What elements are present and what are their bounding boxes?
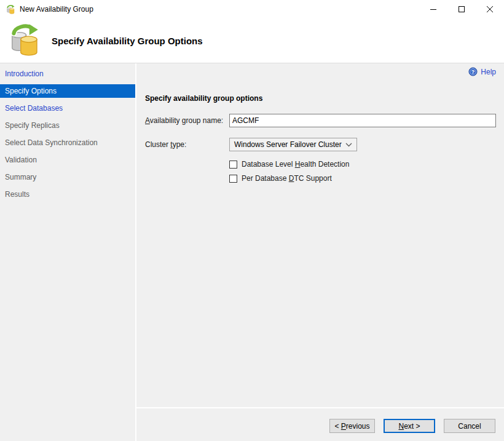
availability-group-icon [6,4,15,14]
cluster-type-value: Windows Server Failover Cluster [234,140,342,149]
sidebar-item-label: Validation [5,156,37,164]
sidebar-item-label: Select Data Synchronization [5,138,98,147]
minimize-button[interactable] [419,0,447,18]
sidebar-item-select-databases[interactable]: Select Databases [0,101,135,115]
cluster-type-label: Cluster type: [145,140,229,149]
database-level-health-detection-checkbox[interactable] [229,161,237,169]
titlebar: New Availability Group [0,0,504,18]
help-icon: ? [468,67,478,76]
maximize-button[interactable] [447,0,476,18]
main-panel: ? Help Specify availability group option… [136,63,504,441]
chevron-down-icon [345,143,352,147]
footer-button-bar: < Previous Next > Cancel [136,407,504,441]
cluster-type-row: Cluster type: Windows Server Failover Cl… [145,138,496,151]
sidebar-item-introduction[interactable]: Introduction [0,67,135,81]
availability-group-icon-large [6,22,42,57]
page-title: Specify Availability Group Options [52,36,203,46]
per-database-dtc-support-checkbox[interactable] [229,175,237,183]
sidebar-item-summary[interactable]: Summary [0,170,135,184]
window-controls [419,0,504,18]
svg-text:?: ? [471,69,474,75]
availability-group-name-row: Availability group name: [145,114,496,127]
per-database-dtc-support-label: Per Database DTC Support [242,174,332,183]
sidebar-item-validation[interactable]: Validation [0,153,135,167]
sidebar: Introduction Specify Options Select Data… [0,63,136,441]
database-level-health-detection-label: Database Level Health Detection [242,160,349,169]
next-button[interactable]: Next > [384,419,435,433]
sidebar-item-specify-options[interactable]: Specify Options [0,84,135,98]
previous-button[interactable]: < Previous [329,419,375,433]
minimize-icon [430,6,436,12]
sidebar-item-label: Specify Options [5,87,57,95]
help-row: ? Help [145,67,496,76]
sidebar-item-label: Results [5,190,30,199]
sidebar-item-label: Summary [5,173,36,181]
wizard-header: Specify Availability Group Options [0,18,504,63]
sidebar-item-select-data-synchronization[interactable]: Select Data Synchronization [0,136,135,149]
content-area: ? Help Specify availability group option… [136,63,504,407]
cancel-button[interactable]: Cancel [444,419,495,433]
help-link[interactable]: ? Help [468,67,496,76]
cluster-type-dropdown[interactable]: Windows Server Failover Cluster [229,138,357,151]
per-database-dtc-support-checkbox-row: Per Database DTC Support [229,174,496,183]
close-icon [487,6,493,12]
help-label: Help [481,68,496,76]
close-button[interactable] [476,0,504,18]
availability-group-name-input[interactable] [229,114,496,127]
sidebar-item-label: Specify Replicas [5,121,60,130]
maximize-icon [459,6,465,12]
availability-group-name-label: Availability group name: [145,116,229,125]
window-title: New Availability Group [20,5,93,14]
sidebar-item-label: Select Databases [5,104,63,113]
wizard-body: Introduction Specify Options Select Data… [0,63,504,441]
section-title: Specify availability group options [145,94,496,103]
new-availability-group-window: New Availability Group Specify Availabil… [0,0,504,441]
sidebar-item-results[interactable]: Results [0,188,135,201]
sidebar-item-specify-replicas[interactable]: Specify Replicas [0,119,135,132]
database-level-health-detection-checkbox-row: Database Level Health Detection [229,160,496,169]
sidebar-item-label: Introduction [5,70,44,78]
